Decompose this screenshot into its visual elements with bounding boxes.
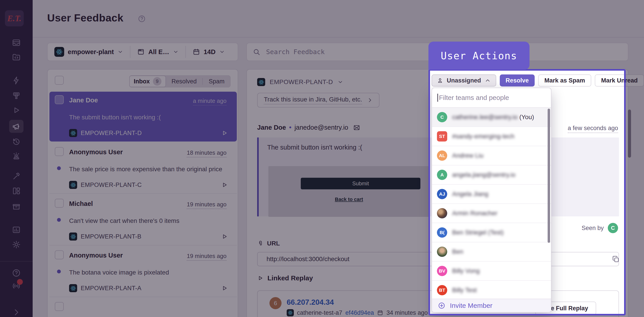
item-checkbox[interactable] xyxy=(55,147,64,156)
chevron-right-icon xyxy=(367,97,373,103)
stats-icon[interactable] xyxy=(12,225,21,235)
item-checkbox[interactable] xyxy=(55,199,64,208)
settings-icon[interactable] xyxy=(12,240,21,250)
react-project-icon xyxy=(69,284,77,292)
tab-spam[interactable]: Spam xyxy=(203,78,230,85)
toolbox-icon[interactable] xyxy=(12,171,21,181)
assignee-option[interactable]: AL Andrew Liu xyxy=(432,146,551,166)
tab-inbox-label: Inbox xyxy=(134,78,150,85)
assignee-option[interactable]: A angela.jiang@sentry.io xyxy=(432,166,551,185)
detail-timestamp[interactable]: a few seconds ago xyxy=(568,125,618,133)
feedback-project: EMPOWER-PLANT-A xyxy=(81,285,142,292)
assignee-option[interactable]: BT Billy Test xyxy=(432,281,551,300)
tab-resolved[interactable]: Resolved xyxy=(166,78,202,85)
assignee-name: catherine.lee@sentry.io xyxy=(452,114,518,121)
app-root: E.T. User Feedback empower-plant Al xyxy=(0,0,644,317)
feedback-time: 19 minutes ago xyxy=(187,201,226,209)
tab-inbox[interactable]: Inbox 9 xyxy=(129,76,166,87)
issues-icon[interactable] xyxy=(12,38,21,48)
assignee-option[interactable]: Ben xyxy=(432,242,551,262)
avatar-photo xyxy=(437,208,447,218)
unread-dot xyxy=(57,270,61,274)
replay-ip-link[interactable]: 66.207.204.34 xyxy=(287,298,334,306)
environment-filter[interactable]: All E… xyxy=(130,48,185,56)
page-scrollbar[interactable] xyxy=(628,110,631,158)
assignee-dropdown: Filter teams and people C catherine.lee@… xyxy=(432,88,552,312)
chevron-down-icon xyxy=(338,79,343,85)
replays-icon[interactable] xyxy=(12,105,21,115)
feedback-time: 19 minutes ago xyxy=(187,252,226,261)
collapse-icon[interactable] xyxy=(12,308,21,317)
mark-as-spam-button[interactable]: Mark as Spam xyxy=(538,74,592,86)
feedback-item[interactable]: Anonymous User 18 minutes ago The sale p… xyxy=(50,144,237,193)
feedback-item[interactable]: Michael 19 minutes ago Can't view the ca… xyxy=(50,195,237,245)
crons-icon[interactable] xyxy=(12,137,21,147)
date-range-filter[interactable]: 14D xyxy=(186,48,232,56)
calendar-icon xyxy=(192,48,200,56)
mark-unread-button[interactable]: Mark Unread xyxy=(595,74,644,86)
feedback-quote-text: The submit button isn't working :( xyxy=(267,144,362,151)
feedback-item[interactable]: Anonymous User 19 minutes ago The botana… xyxy=(50,247,237,297)
dropdown-scrollbar[interactable] xyxy=(548,109,550,243)
assignee-name: #sandy-emerging-tech xyxy=(452,133,514,140)
sender-name: Jane Doe xyxy=(257,124,286,131)
project-filter[interactable]: empower-plant xyxy=(48,47,130,57)
profiling-icon[interactable] xyxy=(12,90,21,100)
replay-play-icon[interactable] xyxy=(221,233,228,240)
item-checkbox[interactable] xyxy=(55,302,64,311)
resolve-button[interactable]: Resolve xyxy=(500,74,535,86)
assignee-option[interactable]: C catherine.lee@sentry.io(You) xyxy=(432,108,551,127)
screenshot-back-link: Back to cart xyxy=(268,196,430,202)
releases-icon[interactable] xyxy=(12,202,21,211)
replay-play-icon[interactable] xyxy=(221,130,228,136)
assignee-option[interactable]: AJ Angela Jiang xyxy=(432,185,551,204)
notification-dot xyxy=(17,279,23,285)
org-logo[interactable]: E.T. xyxy=(5,10,24,26)
linked-replay-header[interactable]: Linked Replay xyxy=(257,274,313,282)
filter-bar: empower-plant All E… 14D xyxy=(47,43,238,61)
inbox-count-badge: 9 xyxy=(153,77,162,86)
detail-project-select[interactable]: EMPOWER-PLANT-D xyxy=(257,78,343,86)
copy-icon[interactable] xyxy=(612,255,620,263)
assignee-dropdown-button[interactable]: Unassigned xyxy=(432,74,496,86)
track-issue-button[interactable]: Track this issue in Jira, GitHub, etc. xyxy=(257,93,380,108)
linked-replay-label: Linked Replay xyxy=(268,274,313,282)
alerts-icon[interactable] xyxy=(12,151,21,160)
avatar: BT xyxy=(437,285,447,295)
replay-user-avatar: 6 xyxy=(270,297,282,309)
feedback-project: EMPOWER-PLANT-D xyxy=(81,130,142,136)
replay-play-icon[interactable] xyxy=(221,182,228,188)
replay-play-icon[interactable] xyxy=(221,285,228,292)
assignee-option[interactable]: Armin Ronacher xyxy=(432,204,551,223)
assignee-option[interactable]: ST #sandy-emerging-tech xyxy=(432,127,551,146)
projects-icon[interactable] xyxy=(12,52,21,62)
assignee-name: Ben Striegel (Test) xyxy=(452,229,504,236)
seen-by-avatar: C xyxy=(608,223,618,233)
item-checkbox[interactable] xyxy=(55,250,64,259)
react-project-icon xyxy=(257,78,265,86)
invite-member-button[interactable]: Invite Member xyxy=(432,299,551,312)
chevron-down-icon xyxy=(173,49,179,55)
assignee-you-suffix: (You) xyxy=(520,114,534,121)
select-all-checkbox[interactable] xyxy=(55,76,64,85)
item-checkbox[interactable] xyxy=(55,95,64,104)
replay-hash[interactable]: ef46d94ea xyxy=(346,310,374,316)
title-help-icon[interactable] xyxy=(138,15,146,23)
assignee-filter-input[interactable]: Filter teams and people xyxy=(432,88,551,108)
feedback-item[interactable]: Jane Doe a minute ago The submit button … xyxy=(50,92,237,142)
envelope-icon[interactable] xyxy=(353,124,360,131)
invite-member-label: Invite Member xyxy=(450,302,492,310)
avatar: B( xyxy=(437,227,447,238)
assignee-option[interactable]: BV Billy Vong xyxy=(432,262,551,281)
feedback-icon[interactable] xyxy=(9,120,24,133)
react-project-icon xyxy=(69,129,77,137)
performance-icon[interactable] xyxy=(12,76,21,86)
sidebar: E.T. xyxy=(0,0,33,317)
feedback-item[interactable] xyxy=(50,298,237,317)
assignee-option[interactable]: B( Ben Striegel (Test) xyxy=(432,223,551,242)
avatar: C xyxy=(437,112,447,122)
help-icon[interactable] xyxy=(12,268,21,278)
feedback-time: 18 minutes ago xyxy=(187,149,226,158)
project-filter-label: empower-plant xyxy=(68,48,114,56)
dashboards-icon[interactable] xyxy=(12,186,21,196)
